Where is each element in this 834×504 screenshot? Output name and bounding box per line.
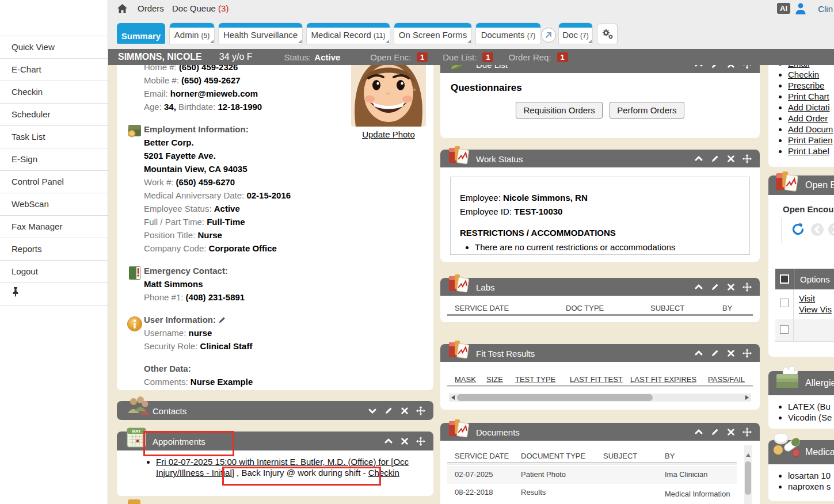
nav-orders[interactable]: Orders [138, 3, 164, 13]
nav-doc-queue[interactable]: Doc Queue (3) [172, 3, 229, 13]
tab-doc[interactable]: Doc (7) [559, 23, 592, 44]
scrollbar-thumb[interactable] [745, 461, 751, 495]
user-icon[interactable] [795, 2, 806, 17]
sidebar-item-logout[interactable]: Logout [0, 260, 108, 282]
sidebar-item-fax-manager[interactable]: Fax Manager [0, 215, 108, 238]
scroll-right-arrow[interactable] [745, 395, 749, 400]
close-icon[interactable] [401, 437, 409, 445]
close-icon[interactable] [727, 349, 735, 357]
fit-col-mask[interactable]: MASK [455, 375, 476, 384]
link-add-dictation[interactable]: Add Dictati [788, 102, 830, 112]
sidebar-item-control-panel[interactable]: Control Panel [0, 170, 108, 193]
sidebar-item-scheduler[interactable]: Scheduler [0, 103, 108, 125]
fit-col-pass-fail[interactable]: PASS/FAIL [708, 375, 745, 384]
chevron-up-icon[interactable] [694, 427, 703, 437]
popout-icon[interactable] [541, 28, 556, 43]
move-icon[interactable] [742, 427, 752, 437]
prev-page-icon[interactable] [811, 223, 824, 236]
home-icon[interactable] [117, 3, 128, 16]
pencil-icon[interactable] [711, 154, 719, 163]
doc-col-service-date[interactable]: SERVICE DATE [455, 452, 509, 460]
row-checkbox[interactable] [780, 299, 789, 307]
order-req-badge[interactable]: 1 [557, 52, 568, 62]
scrollbar-thumb[interactable] [457, 394, 653, 401]
tab-admin[interactable]: Admin (5) [170, 23, 214, 44]
tab-health-surveillance[interactable]: Health Surveillance [219, 23, 302, 44]
fit-col-test-type[interactable]: TEST TYPE [515, 375, 555, 384]
labs-col-subject[interactable]: SUBJECT [650, 304, 684, 312]
requisition-orders-button[interactable]: Requisition Orders [516, 102, 602, 119]
move-icon[interactable] [742, 282, 752, 292]
tab-summary[interactable]: Summary [117, 23, 165, 44]
doc-col-by[interactable]: BY [665, 452, 675, 460]
labs-col-by[interactable]: BY [722, 304, 732, 312]
select-all-checkbox[interactable] [780, 274, 789, 284]
pin-icon[interactable] [12, 287, 20, 297]
fit-col-size[interactable]: SIZE [486, 375, 503, 384]
edit-pencil-icon[interactable] [218, 316, 226, 324]
link-checkin[interactable]: Checkin [788, 70, 819, 79]
perform-orders-button[interactable]: Perform Orders [610, 102, 684, 119]
link-add-document[interactable]: Add Docum [788, 124, 833, 134]
labs-col-service-date[interactable]: SERVICE DATE [455, 304, 509, 312]
labs-col-doc-type[interactable]: DOC TYPE [566, 304, 604, 312]
chevron-up-icon[interactable] [694, 282, 703, 292]
doc-col-subject[interactable]: SUBJECT [603, 452, 637, 460]
doc-col-document-type[interactable]: DOCUMENT TYPE [521, 452, 585, 460]
move-icon[interactable] [416, 437, 425, 446]
chevron-up-icon[interactable] [694, 349, 703, 358]
due-list-badge[interactable]: 1 [482, 52, 493, 62]
fit-col-last-fit-expires[interactable]: LAST FIT EXPIRES [630, 375, 696, 384]
sidebar-item-e-chart[interactable]: E-Chart [0, 58, 108, 81]
move-icon[interactable] [742, 349, 752, 358]
move-icon[interactable] [416, 406, 425, 415]
sidebar-item-checkin[interactable]: Checkin [0, 81, 108, 103]
link-prescribe[interactable]: Prescribe [788, 81, 824, 90]
close-icon[interactable] [727, 155, 735, 163]
ai-badge[interactable]: AI [777, 3, 790, 14]
tab-documents[interactable]: Documents (7) [476, 23, 540, 44]
scroll-left-arrow[interactable] [451, 395, 455, 400]
birthdate-label: Birthdate: [178, 102, 215, 112]
close-icon[interactable] [727, 283, 735, 291]
close-icon[interactable] [401, 407, 409, 415]
pencil-icon[interactable] [711, 427, 719, 436]
labs-icon [447, 273, 470, 298]
refresh-icon[interactable] [790, 222, 806, 239]
link-add-order[interactable]: Add Order [788, 113, 828, 123]
sidebar-item-quick-view[interactable]: Quick View [0, 36, 108, 58]
link-print-patient[interactable]: Print Patien [788, 135, 833, 145]
pencil-icon[interactable] [711, 282, 719, 291]
table-row[interactable]: 02-07-2025 Patient Photo Ima Clinician [447, 466, 737, 484]
fit-col-last-fit-test[interactable]: LAST FIT TEST [570, 375, 623, 384]
next-page-icon[interactable] [828, 223, 834, 236]
tab-on-screen-forms[interactable]: On Screen Forms [394, 23, 471, 44]
row-checkbox[interactable] [780, 325, 789, 334]
user-name[interactable]: Clin [818, 4, 833, 14]
link-print-chart[interactable]: Print Chart [788, 91, 829, 101]
chevron-down-icon[interactable] [368, 406, 377, 415]
sidebar-item-e-sign[interactable]: E-Sign [0, 148, 108, 170]
link-print-label[interactable]: Print Label [788, 146, 829, 156]
move-icon[interactable] [742, 154, 752, 163]
sidebar-item-task-list[interactable]: Task List [0, 125, 108, 148]
view-visit-link[interactable]: View Vis [799, 304, 832, 314]
allergy-item: LATEX (Bu [788, 402, 831, 411]
vertical-scrollbar[interactable] [744, 445, 752, 504]
horizontal-scrollbar[interactable] [449, 394, 751, 402]
top-navigation-bar: Orders Doc Queue (3) AI Clin [108, 0, 834, 18]
visit-link[interactable]: Visit [799, 293, 815, 303]
pencil-icon[interactable] [711, 349, 719, 357]
table-row[interactable]: 08-22-2018 Results Medical Information [447, 484, 737, 504]
tab-medical-record[interactable]: Medical Record (11) [307, 23, 390, 44]
sidebar-item-reports[interactable]: Reports [0, 238, 108, 260]
chevron-up-icon[interactable] [694, 154, 703, 163]
open-enc-badge[interactable]: 1 [417, 52, 428, 62]
chevron-up-icon[interactable] [384, 437, 393, 446]
scroll-up-arrow[interactable] [746, 453, 751, 457]
pencil-icon[interactable] [384, 406, 393, 415]
gear-icon[interactable] [597, 24, 618, 44]
close-icon[interactable] [727, 428, 735, 436]
update-photo-link[interactable]: Update Photo [362, 129, 415, 139]
sidebar-item-webscan[interactable]: WebScan [0, 193, 108, 215]
